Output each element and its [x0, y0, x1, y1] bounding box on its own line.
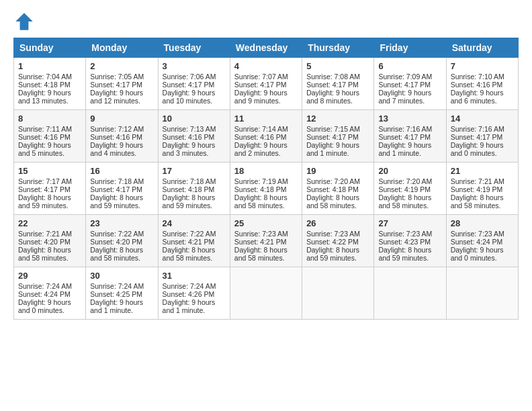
daylight-text: Daylight: 8 hours and 58 minutes.: [90, 246, 143, 262]
day-number: 6: [378, 61, 441, 71]
sunrise-text: Sunrise: 7:10 AM: [451, 73, 504, 81]
calendar-cell: 30Sunrise: 7:24 AMSunset: 4:25 PMDayligh…: [86, 267, 158, 320]
calendar-cell: 17Sunrise: 7:18 AMSunset: 4:18 PMDayligh…: [158, 163, 230, 215]
day-number: 29: [18, 271, 81, 281]
sunset-text: Sunset: 4:23 PM: [378, 238, 431, 246]
sunrise-text: Sunrise: 7:18 AM: [90, 177, 144, 185]
daylight-text: Daylight: 8 hours and 58 minutes.: [234, 246, 287, 262]
day-number: 2: [90, 61, 153, 71]
calendar-cell: 31Sunrise: 7:24 AMSunset: 4:26 PMDayligh…: [158, 267, 230, 320]
sunrise-text: Sunrise: 7:18 AM: [163, 177, 216, 185]
sunset-text: Sunset: 4:21 PM: [163, 238, 215, 246]
sunset-text: Sunset: 4:16 PM: [90, 133, 142, 141]
sunrise-text: Sunrise: 7:15 AM: [306, 125, 360, 133]
calendar-cell: [230, 267, 302, 320]
daylight-text: Daylight: 8 hours and 58 minutes.: [451, 193, 504, 210]
daylight-text: Daylight: 8 hours and 59 minutes.: [18, 193, 71, 210]
day-number: 4: [234, 61, 298, 71]
daylight-text: Daylight: 8 hours and 58 minutes.: [234, 193, 287, 210]
calendar-cell: 25Sunrise: 7:23 AMSunset: 4:21 PMDayligh…: [230, 215, 302, 267]
calendar-cell: 18Sunrise: 7:19 AMSunset: 4:18 PMDayligh…: [230, 163, 302, 215]
day-number: 28: [451, 218, 514, 228]
sunrise-text: Sunrise: 7:23 AM: [234, 230, 288, 238]
day-number: 25: [234, 218, 298, 228]
day-number: 12: [306, 113, 369, 124]
daylight-text: Daylight: 9 hours and 3 minutes.: [163, 141, 216, 157]
sunset-text: Sunset: 4:24 PM: [18, 290, 71, 298]
day-number: 14: [451, 113, 514, 124]
sunrise-text: Sunrise: 7:09 AM: [378, 73, 432, 81]
daylight-text: Daylight: 8 hours and 58 minutes.: [306, 193, 359, 210]
daylight-text: Daylight: 9 hours and 7 minutes.: [378, 89, 431, 105]
sunrise-text: Sunrise: 7:16 AM: [451, 125, 504, 133]
sunrise-text: Sunrise: 7:23 AM: [378, 230, 432, 238]
sunset-text: Sunset: 4:26 PM: [163, 290, 215, 298]
sunrise-text: Sunrise: 7:06 AM: [163, 73, 216, 81]
daylight-text: Daylight: 8 hours and 59 minutes.: [163, 193, 216, 210]
daylight-text: Daylight: 8 hours and 59 minutes.: [306, 246, 359, 262]
sunset-text: Sunset: 4:19 PM: [451, 185, 503, 193]
calendar-week-row: 29Sunrise: 7:24 AMSunset: 4:24 PMDayligh…: [14, 267, 519, 320]
sunrise-text: Sunrise: 7:07 AM: [234, 73, 288, 81]
daylight-text: Daylight: 9 hours and 1 minute.: [306, 141, 359, 157]
sunset-text: Sunset: 4:18 PM: [306, 185, 359, 193]
sunset-text: Sunset: 4:20 PM: [90, 238, 142, 246]
day-number: 9: [90, 113, 153, 124]
svg-marker-0: [15, 13, 33, 30]
sunset-text: Sunset: 4:24 PM: [451, 238, 503, 246]
daylight-text: Daylight: 9 hours and 1 minute.: [90, 298, 143, 314]
daylight-text: Daylight: 9 hours and 0 minutes.: [18, 298, 71, 314]
sunset-text: Sunset: 4:16 PM: [234, 133, 287, 141]
daylight-text: Daylight: 8 hours and 59 minutes.: [378, 246, 431, 262]
sunrise-text: Sunrise: 7:24 AM: [90, 282, 144, 290]
day-number: 15: [18, 166, 81, 176]
daylight-text: Daylight: 9 hours and 8 minutes.: [306, 89, 359, 105]
day-number: 7: [451, 61, 514, 71]
day-number: 22: [18, 218, 81, 228]
sunset-text: Sunset: 4:21 PM: [234, 238, 287, 246]
calendar-header-row: SundayMondayTuesdayWednesdayThursdayFrid…: [14, 38, 519, 58]
sunrise-text: Sunrise: 7:12 AM: [90, 125, 144, 133]
sunrise-text: Sunrise: 7:19 AM: [234, 177, 288, 185]
sunset-text: Sunset: 4:17 PM: [163, 81, 215, 89]
daylight-text: Daylight: 9 hours and 2 minutes.: [234, 141, 287, 157]
sunrise-text: Sunrise: 7:23 AM: [451, 230, 504, 238]
logo: [13, 11, 38, 32]
daylight-text: Daylight: 9 hours and 0 minutes.: [451, 246, 504, 262]
sunrise-text: Sunrise: 7:17 AM: [18, 177, 72, 185]
day-number: 5: [306, 61, 369, 71]
sunset-text: Sunset: 4:16 PM: [451, 81, 503, 89]
sunset-text: Sunset: 4:17 PM: [378, 81, 431, 89]
sunset-text: Sunset: 4:16 PM: [18, 133, 71, 141]
daylight-text: Daylight: 9 hours and 13 minutes.: [18, 89, 71, 105]
sunset-text: Sunset: 4:18 PM: [163, 185, 215, 193]
day-number: 8: [18, 113, 81, 124]
calendar-cell: 2Sunrise: 7:05 AMSunset: 4:17 PMDaylight…: [86, 58, 158, 110]
calendar-cell: 28Sunrise: 7:23 AMSunset: 4:24 PMDayligh…: [446, 215, 518, 267]
sunrise-text: Sunrise: 7:21 AM: [18, 230, 72, 238]
daylight-text: Daylight: 9 hours and 4 minutes.: [90, 141, 143, 157]
sunrise-text: Sunrise: 7:24 AM: [163, 282, 216, 290]
calendar-table: SundayMondayTuesdayWednesdayThursdayFrid…: [13, 38, 519, 320]
sunset-text: Sunset: 4:19 PM: [378, 185, 431, 193]
logo-icon: [13, 11, 35, 32]
daylight-text: Daylight: 9 hours and 6 minutes.: [451, 89, 504, 105]
calendar-cell: 10Sunrise: 7:13 AMSunset: 4:16 PMDayligh…: [158, 110, 230, 163]
sunset-text: Sunset: 4:17 PM: [306, 81, 359, 89]
day-number: 10: [163, 113, 226, 124]
calendar-cell: 9Sunrise: 7:12 AMSunset: 4:16 PMDaylight…: [86, 110, 158, 163]
daylight-text: Daylight: 9 hours and 9 minutes.: [234, 89, 287, 105]
sunrise-text: Sunrise: 7:24 AM: [18, 282, 72, 290]
calendar-week-row: 8Sunrise: 7:11 AMSunset: 4:16 PMDaylight…: [14, 110, 519, 163]
calendar-cell: 26Sunrise: 7:23 AMSunset: 4:22 PMDayligh…: [302, 215, 374, 267]
calendar-cell: 8Sunrise: 7:11 AMSunset: 4:16 PMDaylight…: [14, 110, 86, 163]
daylight-text: Daylight: 9 hours and 10 minutes.: [163, 89, 216, 105]
sunset-text: Sunset: 4:17 PM: [451, 133, 503, 141]
day-number: 31: [163, 271, 226, 281]
daylight-text: Daylight: 8 hours and 58 minutes.: [378, 193, 431, 210]
daylight-text: Daylight: 8 hours and 58 minutes.: [18, 246, 71, 262]
sunset-text: Sunset: 4:17 PM: [306, 133, 359, 141]
sunset-text: Sunset: 4:25 PM: [90, 290, 142, 298]
sunset-text: Sunset: 4:17 PM: [378, 133, 431, 141]
sunset-text: Sunset: 4:20 PM: [18, 238, 71, 246]
